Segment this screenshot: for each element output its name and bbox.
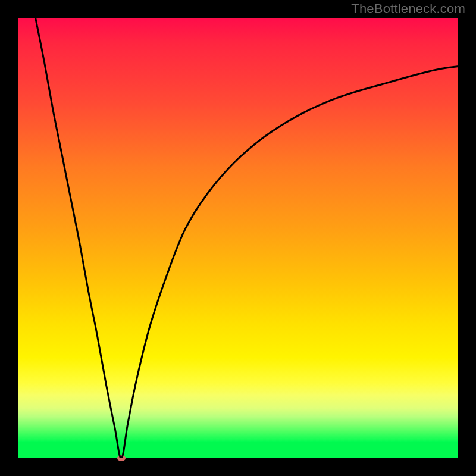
curve-path [36, 18, 458, 458]
chart-container: TheBottleneck.com [0, 0, 476, 476]
plot-area [18, 18, 458, 458]
watermark-text: TheBottleneck.com [351, 1, 465, 17]
bottleneck-curve [18, 18, 458, 458]
